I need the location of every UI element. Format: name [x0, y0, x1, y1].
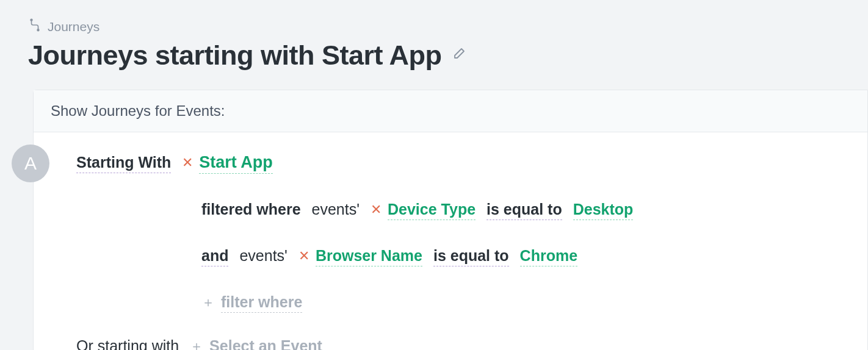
breadcrumb-label: Journeys	[48, 20, 99, 34]
filter-prefix: filtered where	[201, 201, 301, 218]
page-title: Journeys starting with Start App	[28, 40, 441, 71]
edit-title-button[interactable]	[451, 47, 466, 64]
svg-point-0	[31, 19, 32, 21]
add-filter-row[interactable]: ＋ filter where	[201, 293, 850, 313]
filter-scope: events'	[312, 201, 360, 218]
or-label: Or starting with	[76, 337, 179, 350]
filter-1-property[interactable]: Device Type	[388, 201, 476, 220]
step-avatar: A	[12, 145, 49, 182]
svg-point-1	[37, 29, 39, 31]
remove-filter-1-button[interactable]: ✕	[371, 202, 382, 218]
remove-filter-2-button[interactable]: ✕	[298, 248, 309, 264]
add-filter-label: filter where	[221, 293, 302, 313]
filter-2-operator[interactable]: is equal to	[433, 247, 509, 266]
select-event-label: Select an Event	[209, 337, 322, 350]
filter-row-2: and events' ✕ Browser Name is equal to C…	[201, 247, 850, 266]
select-event-button[interactable]: ＋ Select an Event	[190, 337, 322, 350]
starting-with-label[interactable]: Starting With	[76, 154, 171, 173]
card-header: Show Journeys for Events:	[34, 90, 867, 132]
event-name[interactable]: Start App	[199, 153, 273, 174]
starting-with-row: Starting With ✕ Start App	[76, 153, 850, 174]
filter-2-scope: events'	[239, 247, 287, 265]
plus-icon: ＋	[190, 337, 203, 350]
filter-1-operator[interactable]: is equal to	[486, 201, 562, 220]
journeys-icon	[28, 18, 42, 35]
filter-2-value[interactable]: Chrome	[520, 247, 577, 266]
filter-2-property[interactable]: Browser Name	[316, 247, 422, 266]
filter-row-1: filtered where events' ✕ Device Type is …	[201, 201, 850, 220]
filter-1-value[interactable]: Desktop	[573, 201, 634, 220]
remove-event-button[interactable]: ✕	[182, 155, 193, 171]
or-starting-with-row: Or starting with ＋ Select an Event	[76, 337, 850, 350]
plus-icon: ＋	[201, 293, 215, 312]
breadcrumb[interactable]: Journeys	[28, 18, 868, 35]
filter-2-conjunction[interactable]: and	[201, 247, 228, 266]
query-card: Show Journeys for Events: A Starting Wit…	[33, 90, 868, 350]
